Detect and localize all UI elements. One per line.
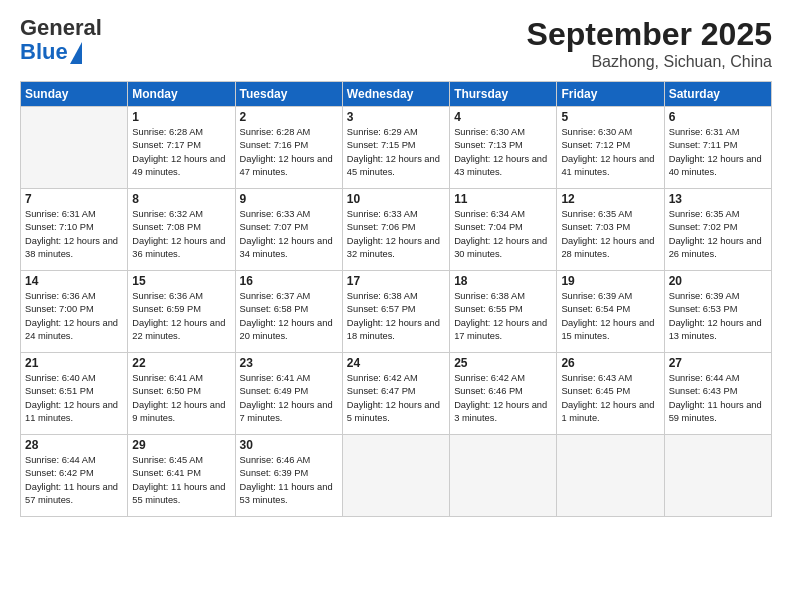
day-number: 29 — [132, 438, 230, 452]
day-info: Sunrise: 6:36 AM Sunset: 6:59 PM Dayligh… — [132, 290, 230, 344]
day-number: 2 — [240, 110, 338, 124]
day-info: Sunrise: 6:40 AM Sunset: 6:51 PM Dayligh… — [25, 372, 123, 426]
calendar-week-row: 21Sunrise: 6:40 AM Sunset: 6:51 PM Dayli… — [21, 353, 772, 435]
calendar-cell: 11Sunrise: 6:34 AM Sunset: 7:04 PM Dayli… — [450, 189, 557, 271]
day-number: 23 — [240, 356, 338, 370]
day-info: Sunrise: 6:31 AM Sunset: 7:10 PM Dayligh… — [25, 208, 123, 262]
logo-blue: Blue — [20, 39, 68, 64]
day-info: Sunrise: 6:38 AM Sunset: 6:57 PM Dayligh… — [347, 290, 445, 344]
col-saturday: Saturday — [664, 82, 771, 107]
day-info: Sunrise: 6:42 AM Sunset: 6:46 PM Dayligh… — [454, 372, 552, 426]
day-number: 6 — [669, 110, 767, 124]
day-number: 9 — [240, 192, 338, 206]
calendar-cell: 13Sunrise: 6:35 AM Sunset: 7:02 PM Dayli… — [664, 189, 771, 271]
day-number: 27 — [669, 356, 767, 370]
calendar-cell — [450, 435, 557, 517]
calendar-cell: 21Sunrise: 6:40 AM Sunset: 6:51 PM Dayli… — [21, 353, 128, 435]
main-container: General Blue September 2025 Bazhong, Sic… — [0, 0, 792, 527]
calendar-cell: 10Sunrise: 6:33 AM Sunset: 7:06 PM Dayli… — [342, 189, 449, 271]
calendar-cell — [342, 435, 449, 517]
day-number: 30 — [240, 438, 338, 452]
logo-triangle-icon — [70, 42, 82, 64]
calendar-cell: 12Sunrise: 6:35 AM Sunset: 7:03 PM Dayli… — [557, 189, 664, 271]
day-info: Sunrise: 6:29 AM Sunset: 7:15 PM Dayligh… — [347, 126, 445, 180]
calendar-cell: 1Sunrise: 6:28 AM Sunset: 7:17 PM Daylig… — [128, 107, 235, 189]
day-number: 10 — [347, 192, 445, 206]
calendar-cell: 29Sunrise: 6:45 AM Sunset: 6:41 PM Dayli… — [128, 435, 235, 517]
col-thursday: Thursday — [450, 82, 557, 107]
day-info: Sunrise: 6:28 AM Sunset: 7:16 PM Dayligh… — [240, 126, 338, 180]
day-number: 11 — [454, 192, 552, 206]
logo: General Blue — [20, 16, 102, 64]
day-number: 25 — [454, 356, 552, 370]
calendar-cell: 16Sunrise: 6:37 AM Sunset: 6:58 PM Dayli… — [235, 271, 342, 353]
day-info: Sunrise: 6:44 AM Sunset: 6:42 PM Dayligh… — [25, 454, 123, 508]
calendar-cell: 3Sunrise: 6:29 AM Sunset: 7:15 PM Daylig… — [342, 107, 449, 189]
day-number: 8 — [132, 192, 230, 206]
calendar-cell: 7Sunrise: 6:31 AM Sunset: 7:10 PM Daylig… — [21, 189, 128, 271]
calendar-cell: 26Sunrise: 6:43 AM Sunset: 6:45 PM Dayli… — [557, 353, 664, 435]
day-info: Sunrise: 6:45 AM Sunset: 6:41 PM Dayligh… — [132, 454, 230, 508]
calendar-week-row: 14Sunrise: 6:36 AM Sunset: 7:00 PM Dayli… — [21, 271, 772, 353]
day-number: 20 — [669, 274, 767, 288]
calendar-table: Sunday Monday Tuesday Wednesday Thursday… — [20, 81, 772, 517]
calendar-week-row: 28Sunrise: 6:44 AM Sunset: 6:42 PM Dayli… — [21, 435, 772, 517]
day-info: Sunrise: 6:46 AM Sunset: 6:39 PM Dayligh… — [240, 454, 338, 508]
calendar-cell: 24Sunrise: 6:42 AM Sunset: 6:47 PM Dayli… — [342, 353, 449, 435]
day-info: Sunrise: 6:38 AM Sunset: 6:55 PM Dayligh… — [454, 290, 552, 344]
day-number: 17 — [347, 274, 445, 288]
day-number: 12 — [561, 192, 659, 206]
col-wednesday: Wednesday — [342, 82, 449, 107]
day-info: Sunrise: 6:33 AM Sunset: 7:07 PM Dayligh… — [240, 208, 338, 262]
calendar-cell: 4Sunrise: 6:30 AM Sunset: 7:13 PM Daylig… — [450, 107, 557, 189]
calendar-cell: 23Sunrise: 6:41 AM Sunset: 6:49 PM Dayli… — [235, 353, 342, 435]
month-title: September 2025 — [527, 16, 772, 53]
col-sunday: Sunday — [21, 82, 128, 107]
day-number: 18 — [454, 274, 552, 288]
day-info: Sunrise: 6:43 AM Sunset: 6:45 PM Dayligh… — [561, 372, 659, 426]
day-info: Sunrise: 6:44 AM Sunset: 6:43 PM Dayligh… — [669, 372, 767, 426]
day-info: Sunrise: 6:28 AM Sunset: 7:17 PM Dayligh… — [132, 126, 230, 180]
calendar-cell: 14Sunrise: 6:36 AM Sunset: 7:00 PM Dayli… — [21, 271, 128, 353]
calendar-cell: 17Sunrise: 6:38 AM Sunset: 6:57 PM Dayli… — [342, 271, 449, 353]
calendar-cell: 15Sunrise: 6:36 AM Sunset: 6:59 PM Dayli… — [128, 271, 235, 353]
day-info: Sunrise: 6:34 AM Sunset: 7:04 PM Dayligh… — [454, 208, 552, 262]
day-info: Sunrise: 6:37 AM Sunset: 6:58 PM Dayligh… — [240, 290, 338, 344]
col-monday: Monday — [128, 82, 235, 107]
day-info: Sunrise: 6:35 AM Sunset: 7:02 PM Dayligh… — [669, 208, 767, 262]
day-info: Sunrise: 6:32 AM Sunset: 7:08 PM Dayligh… — [132, 208, 230, 262]
day-number: 14 — [25, 274, 123, 288]
day-info: Sunrise: 6:35 AM Sunset: 7:03 PM Dayligh… — [561, 208, 659, 262]
day-number: 15 — [132, 274, 230, 288]
title-block: September 2025 Bazhong, Sichuan, China — [527, 16, 772, 71]
calendar-cell: 5Sunrise: 6:30 AM Sunset: 7:12 PM Daylig… — [557, 107, 664, 189]
day-number: 1 — [132, 110, 230, 124]
calendar-week-row: 1Sunrise: 6:28 AM Sunset: 7:17 PM Daylig… — [21, 107, 772, 189]
day-number: 3 — [347, 110, 445, 124]
header-row: Sunday Monday Tuesday Wednesday Thursday… — [21, 82, 772, 107]
calendar-cell: 9Sunrise: 6:33 AM Sunset: 7:07 PM Daylig… — [235, 189, 342, 271]
day-number: 4 — [454, 110, 552, 124]
day-info: Sunrise: 6:39 AM Sunset: 6:54 PM Dayligh… — [561, 290, 659, 344]
day-info: Sunrise: 6:42 AM Sunset: 6:47 PM Dayligh… — [347, 372, 445, 426]
col-tuesday: Tuesday — [235, 82, 342, 107]
logo-general: General — [20, 15, 102, 40]
day-number: 28 — [25, 438, 123, 452]
day-number: 5 — [561, 110, 659, 124]
day-info: Sunrise: 6:39 AM Sunset: 6:53 PM Dayligh… — [669, 290, 767, 344]
header: General Blue September 2025 Bazhong, Sic… — [20, 16, 772, 71]
calendar-week-row: 7Sunrise: 6:31 AM Sunset: 7:10 PM Daylig… — [21, 189, 772, 271]
logo-text: General Blue — [20, 16, 102, 64]
calendar-cell: 6Sunrise: 6:31 AM Sunset: 7:11 PM Daylig… — [664, 107, 771, 189]
day-number: 24 — [347, 356, 445, 370]
calendar-cell: 28Sunrise: 6:44 AM Sunset: 6:42 PM Dayli… — [21, 435, 128, 517]
day-info: Sunrise: 6:41 AM Sunset: 6:49 PM Dayligh… — [240, 372, 338, 426]
calendar-cell: 18Sunrise: 6:38 AM Sunset: 6:55 PM Dayli… — [450, 271, 557, 353]
calendar-cell: 22Sunrise: 6:41 AM Sunset: 6:50 PM Dayli… — [128, 353, 235, 435]
calendar-cell: 30Sunrise: 6:46 AM Sunset: 6:39 PM Dayli… — [235, 435, 342, 517]
col-friday: Friday — [557, 82, 664, 107]
day-number: 26 — [561, 356, 659, 370]
calendar-cell: 25Sunrise: 6:42 AM Sunset: 6:46 PM Dayli… — [450, 353, 557, 435]
calendar-cell — [21, 107, 128, 189]
calendar-cell: 19Sunrise: 6:39 AM Sunset: 6:54 PM Dayli… — [557, 271, 664, 353]
